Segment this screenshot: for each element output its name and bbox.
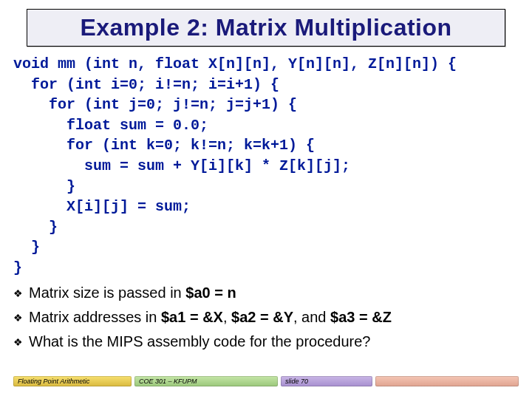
bullet-text: Matrix addresses in $a1 = &X, $a2 = &Y, … bbox=[29, 309, 392, 326]
bold-text: $a1 = &X bbox=[161, 309, 223, 325]
slide-footer: Floating Point Arithmetic COE 301 – KFUP… bbox=[13, 374, 519, 389]
footer-segment-fill bbox=[375, 376, 519, 386]
text: Matrix size is passed in bbox=[29, 284, 185, 301]
slide-title-box: Example 2: Matrix Multiplication bbox=[27, 9, 505, 47]
code-block: void mm (int n, float X[n][n], Y[n][n], … bbox=[13, 54, 532, 279]
bold-text: $a2 = &Y bbox=[231, 309, 293, 325]
footer-segment-left: Floating Point Arithmetic bbox=[13, 376, 132, 386]
bold-text: $a0 = n bbox=[185, 284, 236, 301]
text: , and bbox=[293, 309, 330, 325]
bullet-text: What is the MIPS assembly code for the p… bbox=[29, 333, 370, 350]
footer-segment-mid: COE 301 – KFUPM bbox=[134, 376, 278, 386]
bold-text: $a3 = &Z bbox=[330, 309, 392, 325]
bullet-list: ❖ Matrix size is passed in $a0 = n ❖ Mat… bbox=[13, 284, 519, 350]
text: Matrix addresses in bbox=[29, 309, 161, 325]
diamond-icon: ❖ bbox=[13, 312, 23, 324]
footer-mid-text: COE 301 – KFUPM bbox=[139, 378, 197, 385]
list-item: ❖ Matrix size is passed in $a0 = n bbox=[13, 284, 519, 301]
slide-title: Example 2: Matrix Multiplication bbox=[33, 14, 499, 41]
diamond-icon: ❖ bbox=[13, 336, 23, 348]
text: , bbox=[223, 309, 231, 325]
bullet-text: Matrix size is passed in $a0 = n bbox=[29, 284, 236, 301]
footer-segment-right: slide 70 bbox=[281, 376, 372, 386]
diamond-icon: ❖ bbox=[13, 287, 23, 299]
footer-right-text: slide 70 bbox=[285, 378, 308, 385]
list-item: ❖ What is the MIPS assembly code for the… bbox=[13, 333, 519, 350]
footer-left-text: Floating Point Arithmetic bbox=[18, 378, 89, 385]
list-item: ❖ Matrix addresses in $a1 = &X, $a2 = &Y… bbox=[13, 309, 519, 326]
